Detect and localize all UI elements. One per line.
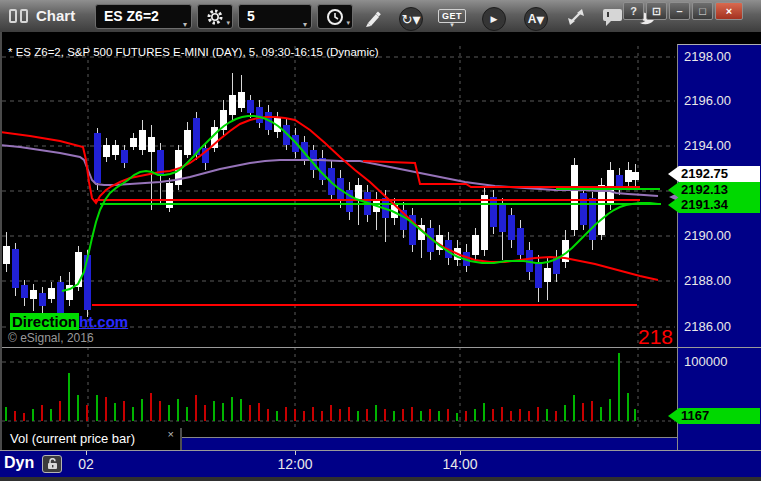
price-axis-label: 2190.00	[684, 228, 731, 243]
lock-scale-button[interactable]	[42, 455, 62, 473]
candle-body	[3, 246, 10, 264]
volume-bar	[14, 411, 16, 421]
symbol-value: ES Z6=2	[104, 8, 159, 24]
link-window-button[interactable]	[566, 7, 586, 27]
chart-canvas[interactable]: * ES Z6=2, S&P 500 FUTURES E-MINI (DAY),…	[2, 32, 677, 450]
price-badge: 2192.75	[668, 166, 760, 182]
help-button[interactable]: ?	[623, 2, 644, 20]
volume-bar	[357, 411, 359, 421]
candle-body	[499, 205, 506, 232]
get-data-button[interactable]: GET ▾	[438, 9, 466, 27]
pane-divider[interactable]	[2, 347, 761, 348]
time-axis-label: 12:00	[277, 456, 312, 472]
price-axis-label: 2188.00	[684, 273, 731, 288]
volume-bar	[267, 409, 269, 421]
play-icon: ▶	[491, 14, 498, 24]
volume-bar	[285, 407, 287, 421]
volume-bar	[231, 397, 233, 421]
volume-bar	[339, 409, 341, 421]
volume-bar	[50, 409, 52, 421]
close-button[interactable]: ×	[715, 2, 743, 20]
symbol-input[interactable]: ES Z6=2 ▾	[95, 4, 192, 29]
volume-bar	[375, 405, 377, 421]
volume-bar	[546, 409, 548, 421]
volume-bar	[573, 395, 575, 421]
volume-bar	[59, 401, 61, 421]
red-step-line	[363, 161, 640, 187]
volume-bar	[492, 409, 494, 421]
price-volume-plot	[2, 32, 677, 450]
candle-body	[103, 145, 110, 157]
volume-bar	[168, 405, 170, 421]
dynamic-mode-label: Dyn	[4, 454, 34, 472]
candle-body	[148, 137, 155, 152]
volume-bar	[591, 401, 593, 421]
lock-icon	[47, 458, 58, 470]
volume-bar	[240, 399, 242, 421]
candle-body	[57, 282, 64, 314]
candle-body	[229, 95, 236, 115]
playback-button[interactable]: ▶	[482, 7, 506, 31]
close-icon[interactable]: ×	[168, 429, 174, 440]
watermark: Directionht.com	[10, 313, 128, 330]
volume-pane-tab[interactable]: Vol (current price bar) ×	[2, 428, 182, 450]
candle-body	[12, 249, 19, 288]
copyright-notice: © eSignal, 2016	[8, 331, 94, 345]
restore-button[interactable]: ⊡	[646, 2, 667, 20]
volume-bar	[258, 403, 260, 421]
candle-body	[84, 255, 91, 310]
time-axis-tick	[295, 451, 296, 455]
volume-bar	[456, 413, 458, 421]
auto-trade-button[interactable]: A ▾	[524, 7, 548, 31]
volume-bar	[465, 411, 467, 421]
candle-body	[625, 170, 632, 182]
axis-top-gap	[677, 32, 761, 44]
watermark-link[interactable]: ht.com	[79, 313, 128, 330]
title-bar: Chart ES Z6=2 ▾ ▾ 5 ▾ ▾	[0, 0, 761, 33]
interval-input[interactable]: 5 ▾	[238, 4, 312, 29]
volume-bar	[402, 409, 404, 421]
volume-bar	[384, 409, 386, 421]
volume-bar	[68, 373, 70, 421]
candle-body	[139, 130, 146, 150]
price-axis-label: 2186.00	[684, 319, 731, 334]
volume-bar	[483, 403, 485, 421]
volume-bar	[627, 393, 629, 421]
volume-bar	[411, 407, 413, 421]
volume-bar	[564, 405, 566, 421]
candle-body	[517, 228, 524, 255]
volume-bar	[447, 409, 449, 421]
volume-bar	[582, 403, 584, 421]
volume-bar	[618, 353, 620, 421]
volume-bar	[519, 409, 521, 421]
watermark-highlight: Direction	[10, 313, 79, 330]
draw-tool-button[interactable]	[362, 7, 384, 29]
time-axis-bar[interactable]: Dyn 0212:0014:00	[0, 450, 761, 477]
candle-body	[580, 193, 587, 225]
time-template-button[interactable]: ▾	[317, 4, 353, 29]
candle-body	[632, 172, 639, 180]
volume-bar	[348, 407, 350, 421]
chevron-down-icon: ▾	[412, 10, 420, 29]
volume-bar	[213, 401, 215, 421]
volume-bar	[510, 411, 512, 421]
reload-chart-button[interactable]: ↻ ▾	[399, 7, 423, 31]
minimize-button[interactable]: –	[669, 2, 690, 20]
chevron-down-icon: ▾	[346, 19, 350, 27]
volume-bar	[634, 409, 636, 421]
candle-body	[490, 197, 497, 227]
candle-body	[94, 133, 101, 183]
maximize-button[interactable]: □	[692, 2, 713, 20]
volume-bar	[222, 403, 224, 421]
candle-body	[238, 92, 245, 108]
chart-window: Chart ES Z6=2 ▾ ▾ 5 ▾ ▾	[0, 0, 761, 481]
candle-body	[355, 185, 362, 200]
notes-button[interactable]	[602, 7, 624, 27]
candle-body	[571, 165, 578, 230]
time-axis-tick	[86, 451, 87, 455]
volume-bar	[294, 409, 296, 421]
volume-bar	[195, 395, 197, 421]
volume-bar	[537, 407, 539, 421]
symbol-settings-button[interactable]: ▾	[197, 4, 233, 29]
volume-bar	[204, 405, 206, 421]
